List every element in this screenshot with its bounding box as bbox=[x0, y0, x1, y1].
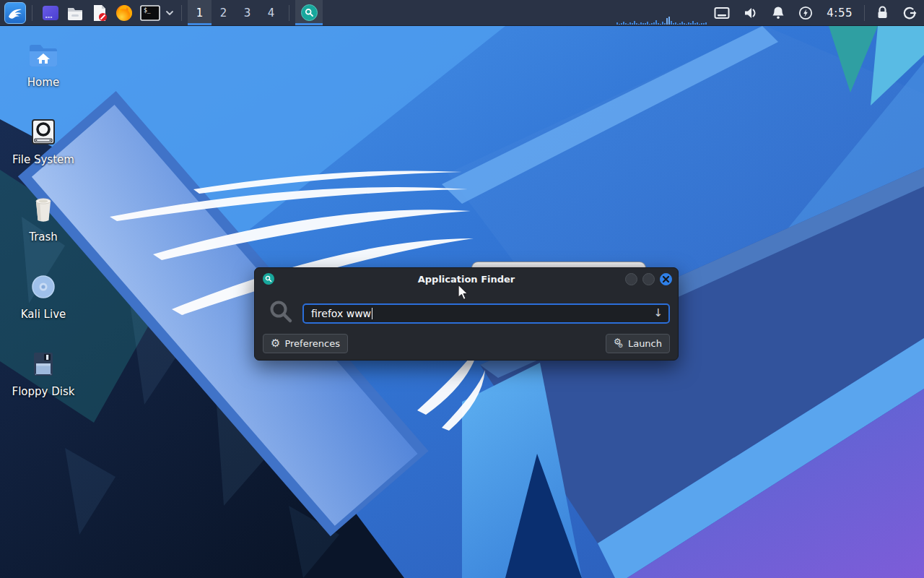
terminal-icon: $_ bbox=[139, 4, 161, 22]
close-button[interactable] bbox=[660, 273, 672, 285]
workspace-button-4[interactable]: 4 bbox=[259, 0, 283, 25]
preferences-button-label: Preferences bbox=[284, 338, 339, 349]
panel-separator bbox=[289, 5, 289, 21]
trash-can-icon bbox=[26, 192, 61, 227]
dropdown-arrow-icon[interactable]: ↓ bbox=[653, 308, 663, 319]
top-panel: $_ 1 2 3 4 bbox=[0, 0, 924, 26]
chevron-down-icon bbox=[165, 10, 174, 16]
home-folder-icon bbox=[26, 38, 61, 72]
titlebar[interactable]: Application Finder bbox=[255, 268, 678, 290]
lock-icon bbox=[876, 6, 889, 20]
terminal-dropdown-chevron[interactable] bbox=[165, 10, 174, 16]
search-input[interactable]: firefox www ↓ bbox=[302, 303, 670, 324]
desktop-icon-home[interactable]: Home bbox=[9, 38, 78, 89]
panel-separator bbox=[864, 5, 865, 21]
preferences-button[interactable]: ⚙ Preferences bbox=[263, 334, 348, 353]
panel-separator bbox=[181, 5, 182, 21]
logout-icon bbox=[902, 6, 917, 20]
window-title: Application Finder bbox=[255, 268, 678, 290]
workspace-button-3[interactable]: 3 bbox=[235, 0, 259, 25]
launch-button[interactable]: ⚙ ⚙ Launch bbox=[606, 334, 670, 353]
power-bolt-icon bbox=[798, 6, 813, 20]
text-caret bbox=[372, 308, 372, 319]
clock[interactable]: 4:55 bbox=[827, 7, 853, 20]
minimize-button[interactable] bbox=[625, 273, 637, 285]
search-icon bbox=[269, 300, 294, 324]
volume-icon bbox=[744, 7, 758, 20]
launch-button-label: Launch bbox=[628, 338, 662, 349]
desktop-icon-label: Home bbox=[27, 77, 59, 89]
desktop-icon-label: Trash bbox=[29, 231, 58, 243]
screen-lock-button[interactable] bbox=[876, 6, 889, 20]
display-icon bbox=[714, 7, 730, 20]
desktop-icon-label: Kali Live bbox=[21, 309, 66, 321]
desktop-icon-file-system[interactable]: File System bbox=[9, 115, 78, 166]
hard-disk-icon bbox=[26, 115, 61, 150]
applications-menu-button[interactable] bbox=[4, 2, 26, 24]
gears-run-icon: ⚙ ⚙ bbox=[614, 338, 624, 349]
launcher-file-manager[interactable] bbox=[64, 2, 86, 24]
display-indicator[interactable] bbox=[714, 7, 730, 20]
application-finder-window: Application Finder firefox www ↓ ⚙ Prefe… bbox=[254, 267, 679, 361]
text-editor-icon bbox=[90, 4, 109, 22]
workspace-button-1[interactable]: 1 bbox=[188, 0, 212, 25]
launcher-firefox[interactable] bbox=[113, 2, 135, 24]
desktop-icon-kali-live[interactable]: Kali Live bbox=[9, 269, 78, 321]
launcher-text-editor[interactable] bbox=[89, 2, 110, 24]
desktop-icon-trash[interactable]: Trash bbox=[9, 192, 78, 243]
app-finder-launcher[interactable] bbox=[295, 0, 323, 25]
logout-button[interactable] bbox=[902, 6, 917, 20]
workspace-button-2[interactable]: 2 bbox=[212, 0, 235, 25]
launcher-terminal[interactable]: $_ bbox=[138, 2, 162, 24]
kali-dragon-icon bbox=[6, 4, 24, 22]
cd-disc-icon bbox=[26, 269, 61, 304]
volume-indicator[interactable] bbox=[744, 7, 758, 20]
window-switcher-icon bbox=[41, 4, 60, 22]
desktop-icon-label: File System bbox=[12, 154, 74, 166]
search-input-value: firefox www bbox=[311, 308, 371, 319]
panel-separator bbox=[32, 5, 32, 21]
floppy-disk-icon bbox=[26, 347, 61, 381]
search-circle-icon bbox=[301, 4, 318, 21]
notifications-indicator[interactable] bbox=[772, 6, 785, 20]
firefox-icon bbox=[115, 4, 134, 22]
desktop-icon-label: Floppy Disk bbox=[12, 386, 75, 398]
launcher-window-switcher[interactable] bbox=[40, 2, 61, 24]
bell-icon bbox=[772, 6, 785, 20]
panel-graph[interactable] bbox=[616, 15, 707, 25]
power-manager-indicator[interactable] bbox=[798, 6, 813, 20]
gear-icon: ⚙ bbox=[271, 338, 280, 349]
desktop-icon-floppy-disk[interactable]: Floppy Disk bbox=[9, 347, 78, 398]
close-icon bbox=[663, 276, 669, 282]
maximize-button[interactable] bbox=[642, 273, 655, 285]
terminal-prompt-text: $_ bbox=[144, 7, 151, 14]
file-manager-icon bbox=[66, 4, 84, 22]
